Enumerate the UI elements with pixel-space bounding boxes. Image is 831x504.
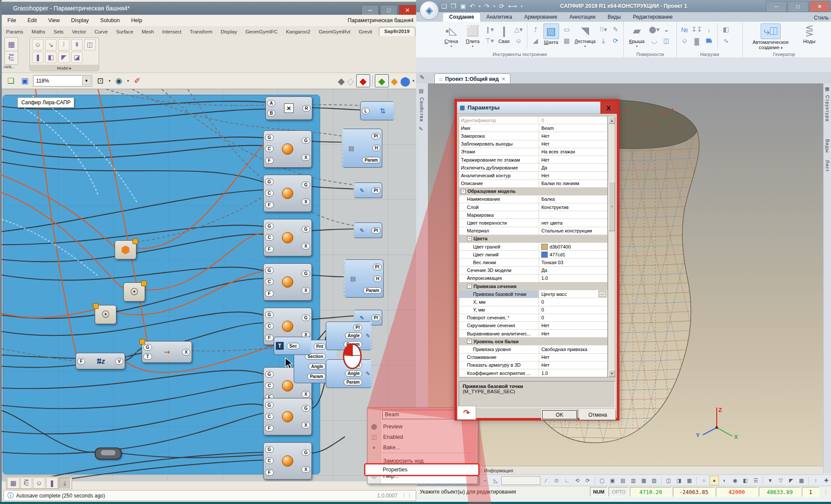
node-pl-h-param[interactable]: ▤ Pl H Param xyxy=(341,129,382,168)
property-row[interactable]: СглаживаниеНет xyxy=(459,354,607,361)
property-group-row[interactable]: −Образцовая модель xyxy=(459,188,607,196)
node-relay-capsule[interactable] xyxy=(95,448,122,460)
scroll-up-icon[interactable]: ▲ xyxy=(609,117,615,124)
roof-tool[interactable]: ▰Крыша▾ xyxy=(626,23,647,48)
shaft-tool[interactable]: ▧Шахта xyxy=(543,23,560,45)
style-menu[interactable]: Стиль xyxy=(814,15,829,21)
maximize-button[interactable]: □ xyxy=(788,1,808,12)
snap-icon[interactable]: ▧ xyxy=(649,476,659,485)
property-row[interactable]: СлойКонструктив xyxy=(459,203,607,211)
tab-curve[interactable]: Curve xyxy=(93,28,109,36)
node-gcf[interactable]: GCF GX xyxy=(263,398,312,435)
preview-eye-icon[interactable]: ◉ xyxy=(113,75,125,86)
snap-icon[interactable]: ▦ xyxy=(685,476,694,485)
chevron-down-icon[interactable]: ▾ xyxy=(127,79,129,83)
node-pl[interactable]: ✎ Pl xyxy=(354,222,382,238)
slab-tool[interactable]: ⬜Плита▾ xyxy=(463,23,482,48)
snap-icon[interactable]: ☰ xyxy=(751,476,761,485)
tab-kangaroo2[interactable]: Kangaroo2 xyxy=(284,28,312,36)
mini-tool-icon-pressed[interactable]: ⤓ xyxy=(59,477,71,489)
warning-preview-icon[interactable]: ◆ xyxy=(391,76,398,86)
property-row[interactable]: Сечение 3D моделиДа xyxy=(459,267,607,275)
wall-tool[interactable]: ▪◺Стена▾ xyxy=(441,23,461,48)
structure-panel-tab[interactable]: Структура xyxy=(825,95,830,122)
mini-tool-icon[interactable]: ▦ xyxy=(7,477,20,489)
snap-icon[interactable]: ⊙ xyxy=(552,476,561,485)
wedge-icon[interactable]: ◢ xyxy=(530,36,541,46)
property-row[interactable]: ИмяBeam xyxy=(459,124,607,132)
grasshopper-canvas[interactable]: Сапфир Лира-САПР AB ✕ R L ⇅ ▤ Pl H Param xyxy=(2,89,416,481)
chevron-down-icon[interactable]: ▼ xyxy=(82,76,91,85)
snap-icon[interactable]: ▥ xyxy=(629,476,638,485)
node-spiral[interactable]: ☉ xyxy=(95,305,116,324)
node-spiral[interactable]: ☉ xyxy=(123,282,145,302)
attribute-tool-button[interactable]: ▦ xyxy=(4,37,18,51)
property-row[interactable]: Тиражирование по этажамНет xyxy=(459,156,607,164)
model-tool-icon[interactable]: ◤ xyxy=(58,52,70,63)
arc-icon[interactable]: ◡ xyxy=(649,36,659,46)
menu-file[interactable]: File xyxy=(2,17,22,23)
property-row[interactable]: Идентификатор0 xyxy=(459,116,607,124)
document-tab[interactable]: ⌂ Проект 1:Общий вид ✕ xyxy=(434,73,510,84)
scroll-down-icon[interactable]: ▼ xyxy=(609,370,615,377)
zoom-level-select[interactable]: 118% ▼ xyxy=(33,75,92,86)
snap-icon[interactable]: ◺ xyxy=(491,476,500,485)
save-icon[interactable]: ▣ xyxy=(460,3,466,10)
cylinder-icon[interactable]: ⬤▾ xyxy=(649,24,659,35)
auto-create-tool[interactable]: ⤷◫ Автоматическоесоздание ▾ xyxy=(745,23,796,51)
snap-icon[interactable]: ▣ xyxy=(608,476,617,485)
pile-tool[interactable]: ❙Свая xyxy=(497,23,512,44)
snap-icon[interactable]: ▢ xyxy=(597,476,607,485)
sync-icon[interactable]: ⟳ xyxy=(499,3,504,10)
undo-icon[interactable]: ↶ xyxy=(470,3,475,10)
ribbon-tab-аналитика[interactable]: Аналитика xyxy=(480,13,518,22)
point-load-icon[interactable]: ↓ xyxy=(704,24,714,35)
distributed-load-icon[interactable]: ↧↧ xyxy=(692,24,702,35)
model-tool-icon[interactable]: ⇞ xyxy=(71,39,83,50)
node-pl[interactable]: ✎ Pl xyxy=(354,182,382,198)
ribbon-tab-редактирование[interactable]: Редактирование xyxy=(627,13,679,22)
maximize-button[interactable]: □ xyxy=(380,5,397,15)
measure-icon[interactable]: ⟷ xyxy=(508,3,517,10)
window-icon[interactable]: ▦ xyxy=(562,36,572,46)
snap-icon[interactable]: ● xyxy=(709,476,719,485)
area-load-icon[interactable]: ⎉ xyxy=(679,36,690,46)
panel-icon[interactable]: ✎ xyxy=(419,126,428,132)
snap-icon[interactable]: ▽ xyxy=(776,476,785,485)
model-group-caption[interactable]: Model ▸ xyxy=(30,65,99,71)
ortho-indicator[interactable]: ОРТО xyxy=(609,487,629,497)
tab-sapfir2019[interactable]: Sapfir2019 xyxy=(379,27,415,36)
snap-icon[interactable]: ◐ xyxy=(720,476,729,485)
chevron-down-icon[interactable]: ▾ xyxy=(412,79,414,83)
property-row[interactable]: Поворот сечения, °0 xyxy=(459,314,607,322)
chevron-down-icon[interactable]: ▾ xyxy=(109,79,111,83)
panel-icon[interactable]: ▤ xyxy=(419,88,428,94)
snap-icon[interactable]: ⟳ xyxy=(583,476,593,485)
mini-tool-icon[interactable]: ❚ xyxy=(46,477,58,489)
snap-icon[interactable]: ◤ xyxy=(786,476,796,485)
property-row[interactable]: НаименованиеБалка xyxy=(459,196,607,203)
refresh-icon[interactable]: ↷ xyxy=(457,406,476,420)
node-fzv[interactable]: F ⇅z V xyxy=(76,353,125,369)
info-panel-header[interactable]: ⓘ Информация xyxy=(428,466,823,475)
wind-load-icon[interactable]: ∿ xyxy=(721,36,731,46)
chevron-down-icon[interactable]: ▾ xyxy=(493,4,495,8)
tab-grevit[interactable]: Grevit xyxy=(357,28,374,36)
spline-icon[interactable]: ✎ xyxy=(610,24,621,35)
snap-icon[interactable]: ∕ xyxy=(541,476,551,485)
ribbon-tab-создание[interactable]: Создание xyxy=(443,13,480,22)
tab-vector[interactable]: Vector xyxy=(70,28,88,36)
door-icon[interactable]: ▭ xyxy=(562,24,572,35)
property-row[interactable]: ЗаморозкаНет xyxy=(459,132,607,140)
panel-icon[interactable]: ▦ xyxy=(825,86,831,92)
line-load-icon[interactable]: ▓ xyxy=(692,36,702,46)
model-tool-icon[interactable]: ⎉ xyxy=(32,39,43,50)
model-tool-icon[interactable]: ❚ xyxy=(32,52,43,63)
views-panel-tab[interactable]: Виды xyxy=(825,139,830,153)
dialog-titlebar[interactable]: ▦ Параметры xyxy=(457,102,617,114)
sapfir-titlebar[interactable]: САПФИР 2019 R1 x64-КОНСТРУКЦИИ - Проект … xyxy=(416,0,831,12)
ramp-icon[interactable]: ⤴ xyxy=(530,24,541,35)
model-tool-icon[interactable]: ◫ xyxy=(84,39,96,50)
column-icon[interactable]: ❙▾ xyxy=(484,24,495,35)
menu-solution[interactable]: Solution xyxy=(95,17,126,23)
